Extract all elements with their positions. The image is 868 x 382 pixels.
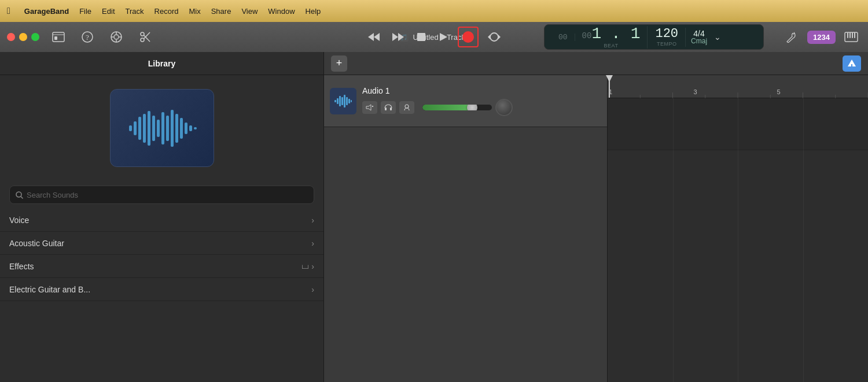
grid-line [803, 98, 804, 382]
close-button[interactable] [7, 33, 15, 41]
svg-rect-51 [344, 95, 345, 107]
volume-slider-area[interactable] [422, 105, 492, 110]
keyboard-button[interactable] [841, 27, 861, 47]
menu-record[interactable]: Record [155, 7, 179, 16]
wrench-button[interactable] [782, 27, 801, 47]
svg-rect-49 [339, 96, 341, 106]
svg-rect-40 [185, 123, 187, 134]
svg-line-14 [144, 32, 150, 39]
volume-thumb[interactable] [467, 105, 477, 110]
cycle-button[interactable] [486, 29, 503, 44]
table-row: Audio 1 [324, 75, 607, 127]
search-area: Search Sounds [0, 181, 323, 209]
score-button[interactable]: 1234 [807, 31, 836, 44]
search-icon [16, 191, 23, 199]
tempo-value: 120 [655, 28, 678, 40]
time-sig: 4/4 [693, 29, 704, 38]
svg-rect-30 [138, 117, 141, 140]
list-item[interactable]: Voice › [0, 209, 323, 232]
apple-menu[interactable]:  [7, 6, 10, 16]
svg-rect-42 [194, 127, 197, 129]
svg-marker-16 [368, 33, 374, 41]
svg-marker-18 [398, 33, 404, 41]
list-item[interactable]: Acoustic Guitar › [0, 232, 323, 255]
svg-rect-48 [337, 98, 339, 104]
svg-rect-31 [143, 114, 146, 143]
play-button[interactable] [436, 29, 451, 44]
menu-track[interactable]: Track [126, 7, 144, 16]
sidebar: Library [0, 52, 324, 382]
svg-rect-58 [385, 107, 387, 110]
menu-view[interactable]: View [241, 7, 258, 16]
mute-button[interactable] [362, 101, 377, 114]
svg-rect-23 [845, 32, 858, 42]
chevron-right-icon: › [311, 239, 314, 248]
menu-window[interactable]: Window [268, 7, 295, 16]
record-dot [462, 31, 474, 43]
menu-help[interactable]: Help [306, 7, 321, 16]
svg-rect-46 [851, 64, 852, 66]
svg-line-44 [21, 196, 23, 199]
library-title: Library [148, 59, 175, 68]
snap-button[interactable] [843, 55, 861, 72]
sound-list: Voice › Acoustic Guitar › Effects ⌴ › El… [0, 209, 323, 382]
pan-knob[interactable] [495, 99, 513, 116]
minimize-button[interactable] [19, 33, 27, 41]
sound-name: Voice [9, 216, 29, 225]
search-box[interactable]: Search Sounds [9, 186, 314, 204]
timeline-tracks [608, 98, 868, 382]
rewind-button[interactable] [365, 29, 382, 44]
volume-fill [422, 105, 472, 110]
toolbar-left: ? [49, 27, 155, 47]
svg-point-12 [141, 38, 144, 42]
menu-edit[interactable]: Edit [102, 7, 115, 16]
menu-file[interactable]: File [79, 7, 91, 16]
svg-point-43 [16, 192, 21, 197]
svg-text:?: ? [86, 33, 89, 42]
track-info: Audio 1 [362, 86, 601, 116]
fast-forward-button[interactable] [389, 29, 407, 44]
track-name: Audio 1 [362, 86, 601, 95]
headphone-button[interactable] [381, 101, 396, 114]
svg-rect-38 [175, 114, 178, 143]
tempo-display: 120 TEMPO [648, 28, 686, 47]
library-button[interactable] [49, 27, 68, 47]
tempo-label: TEMPO [657, 41, 677, 47]
bar-prefix: 00 [558, 34, 568, 41]
snap-icon [847, 58, 857, 69]
svg-rect-52 [346, 97, 348, 105]
key-display: 4/4 Cmaj [686, 29, 712, 44]
stop-button[interactable] [414, 29, 429, 44]
svg-rect-25 [849, 32, 851, 38]
beat-display: 001 . 1 BEAT [575, 26, 648, 49]
svg-rect-47 [334, 100, 336, 102]
menu-mix[interactable]: Mix [189, 7, 200, 16]
record-arm-button[interactable] [399, 101, 414, 114]
record-button[interactable] [458, 27, 479, 47]
maximize-button[interactable] [31, 33, 39, 41]
scissors-button[interactable] [135, 27, 155, 47]
volume-track [422, 105, 492, 110]
svg-rect-29 [134, 121, 137, 135]
add-track-button[interactable]: + [331, 55, 347, 72]
svg-point-11 [141, 32, 144, 36]
help-button[interactable]: ? [78, 27, 97, 47]
grid-line [738, 98, 738, 382]
audio-waveform-icon [334, 94, 352, 109]
library-icon-area [0, 75, 323, 181]
list-item[interactable]: Effects ⌴ › [0, 255, 323, 278]
svg-line-13 [144, 35, 150, 42]
smart-controls-button[interactable] [106, 27, 126, 47]
key-sig: Cmaj [691, 38, 707, 44]
lcd-chevron[interactable]: ⌄ [714, 32, 721, 42]
beat-value: 001 . 1 [582, 26, 641, 42]
tracks-content: Audio 1 [324, 75, 868, 382]
svg-rect-50 [341, 97, 343, 105]
menu-garageband[interactable]: GarageBand [24, 7, 69, 16]
svg-marker-55 [366, 105, 371, 110]
sound-name: Electric Guitar and B... [9, 285, 90, 294]
download-icon[interactable]: ⌴ [301, 262, 309, 270]
svg-rect-24 [847, 32, 848, 38]
menu-share[interactable]: Share [211, 7, 231, 16]
list-item[interactable]: Electric Guitar and B... › [0, 278, 323, 301]
